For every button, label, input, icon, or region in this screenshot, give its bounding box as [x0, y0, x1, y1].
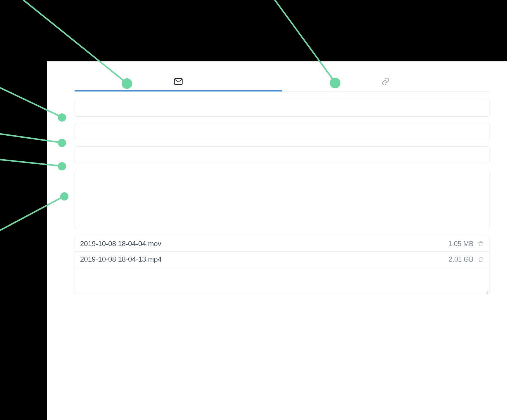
tab-email[interactable] [75, 72, 282, 91]
resize-handle-icon[interactable] [484, 289, 489, 293]
main-panel: 2019-10-08 18-04-04.mov 1.05 MB 2019-10-… [47, 61, 507, 420]
trash-icon [477, 256, 484, 262]
annotation-dot-tab-email [122, 78, 132, 89]
tab-link[interactable] [282, 72, 490, 91]
form-content: 2019-10-08 18-04-04.mov 1.05 MB 2019-10-… [75, 72, 489, 294]
attachment-filesize: 1.05 MB [448, 240, 473, 248]
annotation-dot-field-from [58, 139, 66, 147]
tab-bar [75, 72, 489, 91]
attachment-filename: 2019-10-08 18-04-13.mp4 [80, 255, 449, 263]
envelope-icon [173, 77, 183, 87]
to-field[interactable] [75, 100, 489, 117]
annotation-dot-field-to [58, 113, 66, 122]
attachment-row: 2019-10-08 18-04-13.mp4 2.01 GB [75, 252, 489, 267]
from-field[interactable] [75, 123, 489, 140]
annotation-dot-tab-link [330, 78, 340, 88]
attachment-filesize: 2.01 GB [449, 255, 473, 263]
annotation-dot-field-subject [58, 162, 66, 170]
svg-rect-6 [174, 79, 182, 84]
attachment-filename: 2019-10-08 18-04-04.mov [80, 240, 448, 248]
attachment-row: 2019-10-08 18-04-04.mov 1.05 MB [75, 236, 489, 252]
message-field[interactable] [75, 170, 489, 228]
trash-icon [477, 241, 484, 247]
annotation-dot-field-message [60, 192, 68, 201]
delete-attachment-button[interactable] [477, 241, 484, 247]
delete-attachment-button[interactable] [477, 256, 484, 262]
link-icon [381, 77, 390, 86]
attachment-list: 2019-10-08 18-04-04.mov 1.05 MB 2019-10-… [75, 236, 489, 294]
subject-field[interactable] [75, 146, 489, 163]
